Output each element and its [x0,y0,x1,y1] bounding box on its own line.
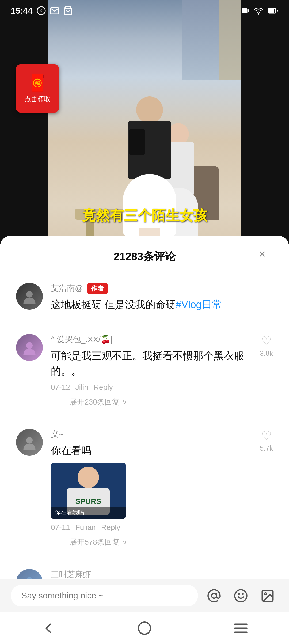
comment-item-1: ♡ 3.8k ^ 爱哭包_.XX/🍒| 可能是我三观不正。我挺看不惯那个黑衣服的… [0,323,289,418]
comment-2-avatar [16,429,43,456]
input-bar [0,579,289,612]
comment-2-date: 07-11 [51,523,70,532]
comment-2-like-button[interactable]: ♡ [261,429,272,443]
nav-back-button[interactable] [32,617,64,639]
comment-header: 21283条评论 × [0,236,289,272]
comment-input[interactable] [11,585,198,606]
back-icon [40,620,56,636]
player-head [78,467,99,488]
comment-1-like-button[interactable]: ♡ [261,334,272,348]
status-time: 15:44 [11,6,33,16]
svg-point-0 [37,7,45,15]
home-icon [136,620,153,636]
nav-home-button[interactable] [128,617,161,639]
comment-1-reply-count: 展开230条回复 [70,397,120,407]
svg-point-20 [265,593,267,594]
comment-2-right: ♡ 5.7k 义~ 你在看吗 SPURS [51,429,273,547]
comment-2-like-count: 5.7k [260,444,273,452]
image-button[interactable] [257,585,278,606]
video-area: 竟然有三个陌生女孩 🧧 点击领取 [0,0,289,257]
svg-point-21 [139,622,151,634]
person-front [117,96,182,257]
red-packet-icon: 🧧 [28,74,48,93]
author-text-link[interactable]: #Vlog日常 [176,299,222,310]
comment-1-like-count: 3.8k [260,349,273,358]
compass-icon [36,6,46,16]
author-comment-content: 艾浩南@ 作者 这地板挺硬 但是没我的命硬#Vlog日常 [51,283,273,312]
comment-1-date: 07-12 [51,383,70,392]
svg-point-8 [258,14,259,14]
bottom-nav [0,612,289,644]
comment-2-username: 义~ [51,429,64,440]
comment-item-2: ♡ 5.7k 义~ 你在看吗 SPURS [0,418,289,558]
phone-prop [129,129,145,155]
svg-point-12 [26,342,33,349]
jersey-label: SPURS [75,497,101,506]
comment-1-location: Jilin [75,383,88,392]
status-right [240,6,278,16]
expand-chevron-2: ∨ [122,538,127,546]
svg-point-13 [26,437,33,444]
expand-chevron-1: ∨ [122,398,127,406]
comment-1-avatar [16,334,43,361]
comment-2-expand-replies[interactable]: 展开578条回复 ∨ [51,537,273,547]
email-icon [50,6,59,16]
comment-1-meta: 07-12 Jilin Reply [51,383,273,392]
red-packet-label: 点击领取 [25,95,50,103]
author-user-row: 艾浩南@ 作者 [51,283,273,294]
comment-1-right: ♡ 3.8k ^ 爱哭包_.XX/🍒| 可能是我三观不正。我挺看不惯那个黑衣服的… [51,334,273,407]
comment-3-username: 三叫芝麻虾 [51,569,91,580]
menu-icon [233,620,249,636]
svg-rect-10 [269,9,273,12]
expand-line-2 [51,542,67,542]
author-avatar [16,283,43,310]
at-icon [207,589,221,603]
author-badge: 作者 [87,283,108,294]
at-button[interactable] [203,585,225,606]
bag-icon [63,6,73,16]
red-packet[interactable]: 🧧 点击领取 [16,64,59,113]
comment-3-user-row: 三叫芝麻虾 [51,569,273,580]
svg-rect-7 [248,9,249,12]
vibrate-icon [240,6,249,16]
comment-1-username: ^ 爱哭包_.XX/🍒| [51,334,113,345]
svg-point-15 [212,593,216,598]
comment-2-meta: 07-11 Fujian Reply [51,523,273,532]
video-subtitle: 竟然有三个陌生女孩 [0,206,289,225]
svg-point-11 [26,291,33,298]
expand-line-1 [51,402,67,402]
emoji-button[interactable] [230,585,252,606]
image-caption: 你在看我吗 [55,509,84,516]
comment-1-user-row: ^ 爱哭包_.XX/🍒| [51,334,273,345]
author-comment-text: 这地板挺硬 但是没我的命硬#Vlog日常 [51,297,273,312]
battery-icon [268,6,278,16]
nav-menu-button[interactable] [225,617,257,639]
comment-2-reply-button[interactable]: Reply [101,523,120,532]
comment-1-text: 可能是我三观不正。我挺看不惯那个黑衣服的。。 [51,348,273,379]
comment-2-location: Fujian [75,523,96,532]
svg-rect-6 [241,9,241,12]
comment-2-like-area: ♡ 5.7k [260,429,273,452]
comment-2-image[interactable]: SPURS 你在看我吗 [51,463,126,519]
comment-1-like-area: ♡ 3.8k [260,334,273,358]
comment-2-user-row: 义~ [51,429,273,440]
comment-2-reply-count: 展开578条回复 [70,537,120,547]
status-left: 15:44 [11,6,73,16]
comment-close-button[interactable]: × [252,243,273,265]
svg-point-16 [235,590,247,602]
svg-rect-5 [242,8,248,13]
image-icon [260,589,275,603]
emoji-icon [234,589,248,603]
author-username: 艾浩南@ [51,283,83,294]
author-text-main: 这地板挺硬 但是没我的命硬 [51,299,176,310]
svg-marker-2 [40,11,42,13]
comment-1-reply-button[interactable]: Reply [94,383,113,392]
comment-1-expand-replies[interactable]: 展开230条回复 ∨ [51,397,273,407]
image-overlay: 你在看我吗 [51,507,126,519]
svg-marker-1 [40,8,42,11]
comment-2-text: 你在看吗 [51,443,273,458]
wifi-icon [254,6,263,16]
status-bar: 15:44 [0,0,289,21]
author-comment: 艾浩南@ 作者 这地板挺硬 但是没我的命硬#Vlog日常 [0,272,289,323]
comment-title: 21283条评论 [113,249,175,264]
